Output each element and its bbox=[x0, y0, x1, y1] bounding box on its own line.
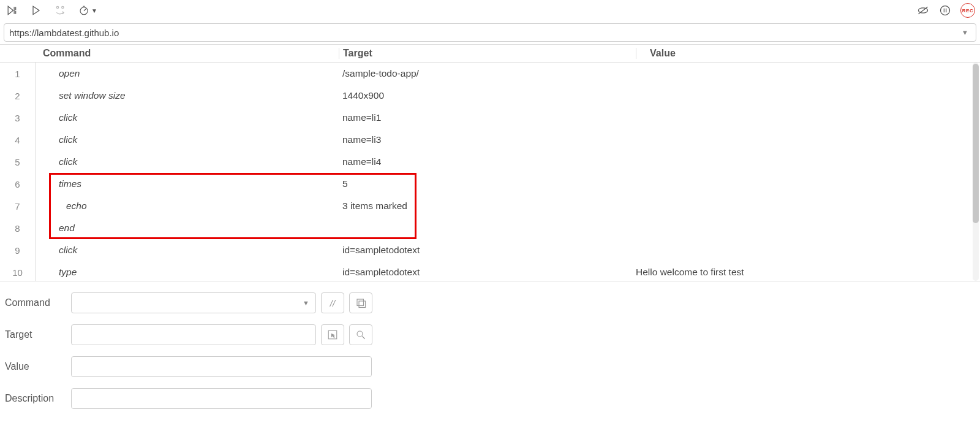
description-label: Description bbox=[5, 393, 71, 404]
open-reference-button[interactable] bbox=[349, 292, 372, 313]
run-all-button[interactable] bbox=[5, 4, 18, 17]
svg-rect-5 bbox=[357, 299, 364, 306]
svg-point-4 bbox=[941, 6, 950, 15]
scrollbar[interactable] bbox=[973, 63, 979, 281]
toggle-comment-button[interactable]: // bbox=[321, 292, 344, 313]
cell-target: 1440x900 bbox=[339, 90, 636, 101]
cell-target: id=sampletodotext bbox=[339, 267, 636, 278]
description-field[interactable] bbox=[71, 388, 372, 409]
svg-rect-6 bbox=[359, 301, 366, 308]
target-input[interactable] bbox=[77, 330, 311, 340]
row-number: 9 bbox=[0, 239, 36, 261]
row-number: 6 bbox=[0, 173, 36, 195]
url-input[interactable] bbox=[9, 28, 959, 38]
svg-point-1 bbox=[62, 6, 64, 8]
col-header-value: Value bbox=[636, 48, 980, 59]
command-input[interactable] bbox=[77, 298, 311, 308]
urlbar[interactable]: ▼ bbox=[4, 23, 976, 42]
row-number: 3 bbox=[0, 107, 36, 129]
cell-command: click bbox=[36, 245, 339, 256]
cell-target: name=li1 bbox=[339, 112, 636, 123]
table-row[interactable]: 4clickname=li3 bbox=[0, 129, 980, 151]
table-row[interactable]: 9clickid=sampletodotext bbox=[0, 239, 980, 261]
command-table: 1open/sample-todo-app/2set window size14… bbox=[0, 63, 980, 281]
table-row[interactable]: 6times5 bbox=[0, 173, 980, 195]
pause-button[interactable] bbox=[938, 4, 952, 17]
cell-target: name=li3 bbox=[339, 134, 636, 145]
row-number: 10 bbox=[0, 261, 36, 281]
editor-panel: Command ▼ // Target Value Description bbox=[0, 281, 980, 420]
record-label: REC bbox=[962, 8, 973, 13]
cell-command: click bbox=[36, 134, 339, 145]
cell-command: end bbox=[36, 223, 339, 234]
caret-down-icon: ▼ bbox=[91, 7, 97, 14]
table-row[interactable]: 1open/sample-todo-app/ bbox=[0, 63, 980, 85]
cell-command: echo bbox=[36, 200, 339, 212]
row-number: 7 bbox=[0, 195, 36, 217]
scrollbar-thumb[interactable] bbox=[973, 64, 979, 223]
toolbar: ▼ REC bbox=[0, 0, 980, 21]
table-row[interactable]: 5clickname=li4 bbox=[0, 151, 980, 173]
cell-command: click bbox=[36, 112, 339, 123]
speed-dropdown[interactable]: ▼ bbox=[78, 5, 97, 16]
caret-down-icon: ▼ bbox=[303, 299, 309, 307]
row-number: 4 bbox=[0, 129, 36, 151]
table-row[interactable]: 2set window size1440x900 bbox=[0, 85, 980, 107]
cell-target: id=sampletodotext bbox=[339, 245, 636, 256]
value-label: Value bbox=[5, 361, 71, 372]
run-current-button[interactable] bbox=[29, 4, 43, 17]
table-row[interactable]: 10typeid=sampletodotextHello welcome to … bbox=[0, 261, 980, 281]
select-target-button[interactable] bbox=[321, 324, 344, 345]
find-target-button[interactable] bbox=[349, 324, 372, 345]
row-number: 2 bbox=[0, 85, 36, 107]
target-field[interactable] bbox=[71, 324, 316, 345]
value-field[interactable] bbox=[71, 356, 372, 377]
disable-breakpoints-button[interactable] bbox=[916, 4, 930, 17]
table-row[interactable]: 7echo3 items marked bbox=[0, 195, 980, 217]
urlbar-container: ▼ bbox=[0, 21, 980, 44]
svg-point-0 bbox=[56, 6, 58, 8]
cell-target: name=li4 bbox=[339, 156, 636, 167]
record-button[interactable]: REC bbox=[960, 3, 975, 18]
table-row[interactable]: 8end bbox=[0, 217, 980, 239]
target-label: Target bbox=[5, 329, 71, 340]
command-dropdown[interactable]: ▼ bbox=[71, 292, 316, 313]
svg-point-8 bbox=[357, 331, 363, 337]
cell-command: click bbox=[36, 156, 339, 167]
col-header-target: Target bbox=[339, 48, 636, 59]
step-button bbox=[54, 4, 67, 17]
row-number: 5 bbox=[0, 151, 36, 173]
description-input[interactable] bbox=[77, 394, 366, 404]
command-label: Command bbox=[5, 297, 71, 308]
cell-target: 5 bbox=[339, 178, 636, 189]
row-number: 8 bbox=[0, 217, 36, 239]
table-header: Command Target Value bbox=[0, 44, 980, 63]
cell-target: 3 items marked bbox=[339, 200, 636, 212]
cell-target: /sample-todo-app/ bbox=[339, 68, 636, 79]
row-number: 1 bbox=[0, 63, 36, 85]
table-row[interactable]: 3clickname=li1 bbox=[0, 107, 980, 129]
cell-command: set window size bbox=[36, 90, 339, 101]
cell-command: type bbox=[36, 267, 339, 278]
cell-command: times bbox=[36, 178, 339, 189]
value-input[interactable] bbox=[77, 362, 366, 372]
cell-value: Hello welcome to first test bbox=[636, 267, 980, 278]
col-header-command: Command bbox=[36, 48, 339, 59]
url-dropdown-icon[interactable]: ▼ bbox=[959, 29, 971, 36]
cell-command: open bbox=[36, 68, 339, 79]
